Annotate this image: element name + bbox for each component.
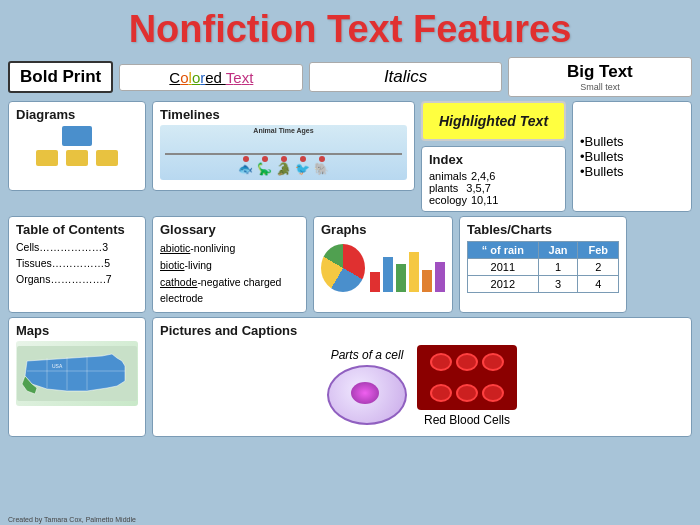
timeline-line [165,153,402,155]
colored-text-box: Colored Text [119,64,303,91]
index-title: Index [429,152,558,167]
bullets-card: •Bullets •Bullets •Bullets [572,101,692,212]
index-word-1: animals [429,170,467,182]
table-cell-year-2: 2012 [468,276,539,293]
pictures-content: Parts of a cell Red Blood Cells [160,341,684,431]
index-pages-1: 2,4,6 [471,170,495,182]
t-marker-5: 🐘 [314,156,329,176]
bullet-item-3: •Bullets [580,164,684,179]
timeline-subtitle: Animal Time Ages [253,127,313,134]
bold-print-box: Bold Print [8,61,113,93]
gloss-term-1: abiotic [160,242,190,254]
table-cell-feb-2: 4 [578,276,619,293]
highlighted-card: Highlighted Text [421,101,566,141]
usa-map-svg: USA [17,346,137,401]
diag-box-2 [66,150,88,166]
table-header-rain: “ of rain [468,242,539,259]
bar-6 [435,262,445,292]
bar-3 [396,264,406,292]
toc-row-3: Organs…………….7 [16,272,138,288]
colored-text-o2: o [192,69,200,86]
diag-box-3 [96,150,118,166]
table-row-2: 2012 3 4 [468,276,619,293]
pie-chart [321,244,365,292]
glossary-card: Glossary abiotic-nonliving biotic-living… [152,216,307,313]
glossary-row-3: cathode-negative charged electrode [160,274,299,308]
timeline-visual: Animal Time Ages 🐟 🦕 🐊 🐦 🐘 [160,125,407,180]
table-cell-feb-1: 2 [578,259,619,276]
graphs-visual [321,240,445,296]
table-cell-jan-2: 3 [538,276,578,293]
blood-section: Red Blood Cells [417,345,517,427]
blood-cell-5 [456,384,478,402]
blood-cell-3 [482,353,504,371]
pictures-card: Pictures and Captions Parts of a cell [152,317,692,437]
diagrams-title: Diagrams [16,107,138,122]
cell-diagram [327,365,407,425]
bar-1 [370,272,380,292]
diag-box-1 [36,150,58,166]
map-visual: USA [16,341,138,406]
t-marker-1: 🐟 [238,156,253,176]
cell-nucleus [351,382,379,404]
table-header-jan: Jan [538,242,578,259]
index-row-2: plants3,5,7 [429,182,558,194]
cell-section: Parts of a cell [327,348,407,425]
blood-cell-4 [430,384,452,402]
colored-text-ed: ed [205,69,226,86]
blood-cell-2 [456,353,478,371]
blood-cells-visual [417,345,517,410]
diag-bottom-row [36,150,118,166]
colored-text-e: e [233,69,241,86]
table-row-1: 2011 1 2 [468,259,619,276]
gloss-term-3: cathode [160,276,197,288]
bar-5 [422,270,432,292]
graphs-title: Graphs [321,222,445,237]
pictures-title: Pictures and Captions [160,323,684,338]
gloss-term-2: biotic [160,259,185,271]
diag-top-box [62,126,92,146]
index-pages-2: 3,5,7 [466,182,490,194]
t-marker-2: 🦕 [257,156,272,176]
colored-text-tt: t [249,69,253,86]
index-word-3: ecology [429,194,467,206]
glossary-row-2: biotic-living [160,257,299,274]
toc-row-1: Cells………………3 [16,240,138,256]
big-text-label: Big Text [519,62,681,82]
glossary-title: Glossary [160,222,299,237]
index-card: Index animals2,4,6 plants3,5,7 ecology10… [421,146,566,212]
glossary-entries: abiotic-nonliving biotic-living cathode-… [160,240,299,307]
bar-4 [409,252,419,292]
tables-title: Tables/Charts [467,222,619,237]
graphs-card: Graphs [313,216,453,313]
index-row-3: ecology10,11 [429,194,558,206]
index-row-1: animals2,4,6 [429,170,558,182]
index-entries: animals2,4,6 plants3,5,7 ecology10,11 [429,170,558,206]
blood-caption: Red Blood Cells [424,413,510,427]
bullet-item-1: •Bullets [580,134,684,149]
t-marker-3: 🐊 [276,156,291,176]
highlighted-text-label: Highlighted Text [439,113,548,129]
cell-caption: Parts of a cell [331,348,404,362]
colored-text-o: o [180,69,188,86]
timelines-title: Timelines [160,107,407,122]
toc-row-2: Tissues……………5 [16,256,138,272]
table-cell-year-1: 2011 [468,259,539,276]
tables-card: Tables/Charts “ of rain Jan Feb 2011 1 2… [459,216,627,313]
italics-box: Italics [309,62,501,92]
diagrams-card: Diagrams [8,101,146,191]
diagram-icon [16,126,138,166]
svg-text:USA: USA [52,363,63,369]
page-title: Nonfiction Text Features [0,0,700,57]
blood-cell-6 [482,384,504,402]
index-pages-3: 10,11 [471,194,499,206]
timeline-animals: 🐟 🦕 🐊 🐦 🐘 [238,156,329,176]
colored-text-c: C [169,69,180,86]
toc-card: Table of Contents Cells………………3 Tissues……… [8,216,146,313]
toc-title: Table of Contents [16,222,138,237]
footer: Created by Tamara Cox, Palmetto Middle [8,516,136,523]
table-header-feb: Feb [578,242,619,259]
big-text-box: Big Text Small text [508,57,692,97]
small-text-label: Small text [519,82,681,92]
mini-table: “ of rain Jan Feb 2011 1 2 2012 3 4 [467,241,619,293]
